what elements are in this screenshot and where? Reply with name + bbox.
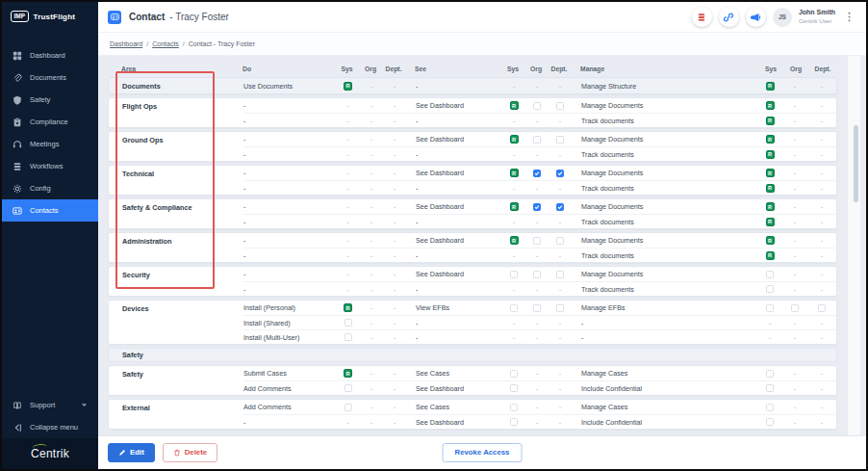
checkbox-checked[interactable] [533, 170, 541, 177]
checkbox-empty[interactable] [791, 304, 799, 312]
link-icon-button[interactable] [719, 7, 739, 27]
empty-value-dash: - [794, 135, 797, 144]
role-permission-badge[interactable]: R [510, 101, 519, 110]
area-card: Flight Ops----See DashboardRManage Docum… [108, 97, 837, 128]
sidebar-item-support[interactable]: Support [2, 394, 98, 416]
permission-row: ----See DashboardRManage DocumentsR-- [243, 233, 836, 248]
vertical-scrollbar[interactable] [854, 125, 858, 202]
role-permission-badge[interactable]: R [766, 117, 775, 125]
revoke-access-button[interactable]: Revoke Access [443, 443, 523, 462]
checkbox-empty[interactable] [533, 304, 541, 312]
user-role: Centrik User [799, 17, 835, 25]
checkbox-empty[interactable] [510, 304, 518, 312]
checkbox-checked[interactable] [556, 203, 564, 211]
checkbox-empty[interactable] [556, 271, 564, 278]
checkbox-empty[interactable] [556, 136, 564, 144]
permission-row: Add Comments--See Cases--Manage Cases-- [243, 400, 836, 414]
role-permission-badge[interactable]: R [766, 101, 775, 110]
export-icon-button[interactable] [692, 7, 712, 27]
kebab-menu-icon[interactable]: ⋮ [842, 12, 856, 22]
checkbox-empty[interactable] [345, 384, 352, 392]
do-label: - [243, 101, 336, 110]
sidebar-bottom: Support Collapse menu Centrik [2, 394, 98, 469]
sidebar-item-compliance[interactable]: Compliance [2, 111, 98, 133]
checkbox-empty[interactable] [766, 418, 774, 426]
checkbox-empty[interactable] [533, 102, 541, 110]
checkbox-checked[interactable] [556, 170, 564, 177]
checkbox-empty[interactable] [510, 418, 518, 426]
checkbox-empty[interactable] [766, 285, 774, 293]
empty-value-dash: - [394, 117, 396, 125]
checkbox-checked[interactable] [533, 203, 541, 211]
empty-value-dash: - [536, 333, 539, 342]
role-permission-badge[interactable]: R [766, 202, 775, 211]
role-permission-badge[interactable]: R [766, 82, 775, 91]
checkbox-empty[interactable] [766, 271, 774, 278]
sidebar-item-safety[interactable]: Safety [2, 89, 98, 111]
permissions-table: AreaDoSysOrgDept.SeeSysOrgDept.ManageSys… [108, 62, 837, 430]
checkbox-empty[interactable] [510, 370, 518, 378]
empty-value-dash: - [370, 303, 373, 312]
role-permission-badge[interactable]: R [766, 251, 775, 260]
empty-value-dash: - [346, 117, 349, 125]
manage-label: Track documents [572, 150, 757, 159]
empty-value-dash: - [394, 270, 396, 278]
checkbox-empty[interactable] [818, 304, 826, 312]
user-info[interactable]: John Smith Centrik User [799, 9, 835, 25]
role-permission-badge[interactable]: R [510, 236, 519, 245]
role-permission-badge[interactable]: R [766, 236, 775, 245]
role-permission-badge[interactable]: R [766, 150, 775, 159]
role-permission-badge[interactable]: R [510, 135, 519, 144]
checkbox-empty[interactable] [556, 102, 564, 110]
role-permission-badge[interactable]: R [766, 184, 775, 193]
role-permission-badge[interactable]: R [344, 369, 352, 378]
sidebar-item-config[interactable]: Config [2, 177, 98, 199]
empty-value-dash: - [794, 384, 797, 393]
delete-button[interactable]: Delete [163, 443, 217, 462]
checkbox-empty[interactable] [766, 304, 774, 312]
checkbox-empty[interactable] [345, 404, 352, 411]
empty-value-dash: - [821, 384, 824, 393]
role-permission-badge[interactable]: R [766, 169, 775, 177]
sidebar-item-workflows[interactable]: Workflows [2, 155, 98, 177]
breadcrumb-item[interactable]: Contacts [152, 40, 179, 47]
checkbox-empty[interactable] [510, 404, 518, 411]
empty-value-dash: - [559, 251, 562, 260]
role-permission-badge[interactable]: R [344, 82, 352, 91]
role-permission-badge[interactable]: R [510, 169, 519, 177]
checkbox-empty[interactable] [533, 237, 541, 245]
role-permission-badge[interactable]: R [766, 135, 775, 144]
column-header: Sys [501, 65, 524, 72]
checkbox-empty[interactable] [510, 271, 518, 278]
checkbox-empty[interactable] [345, 333, 352, 341]
collapse-menu-button[interactable]: Collapse menu [2, 416, 98, 438]
checkbox-empty[interactable] [556, 237, 564, 245]
checkbox-empty[interactable] [510, 384, 518, 392]
megaphone-icon-button[interactable] [746, 7, 766, 27]
checkbox-empty[interactable] [533, 271, 541, 278]
checkbox-empty[interactable] [766, 384, 774, 392]
edit-button[interactable]: Edit [108, 443, 155, 462]
sidebar-item-contacts[interactable]: Contacts [2, 199, 98, 222]
breadcrumb-item[interactable]: Dashboard [110, 40, 142, 47]
role-permission-badge[interactable]: R [344, 303, 352, 312]
user-avatar[interactable]: JS [773, 8, 792, 27]
empty-value-dash: - [794, 319, 797, 327]
checkbox-empty[interactable] [766, 370, 774, 378]
see-label: See Dashboard [406, 169, 502, 177]
role-permission-badge[interactable]: R [766, 218, 775, 226]
checkbox-empty[interactable] [345, 319, 352, 327]
empty-value-dash: - [559, 369, 562, 378]
column-header: Dept. [808, 65, 837, 72]
sidebar-item-dashboard[interactable]: Dashboard [2, 44, 98, 66]
empty-value-dash: - [794, 218, 797, 226]
checkbox-empty[interactable] [533, 136, 541, 144]
empty-value-dash: - [536, 418, 539, 427]
role-permission-badge[interactable]: R [510, 202, 519, 211]
manage-label: Include Confidential [572, 418, 757, 427]
checkbox-empty[interactable] [766, 404, 774, 411]
sidebar-item-meetings[interactable]: Meetings [2, 133, 98, 155]
sidebar-item-documents[interactable]: Documents [2, 66, 98, 89]
empty-value-dash: - [794, 369, 797, 378]
checkbox-empty[interactable] [556, 304, 564, 312]
